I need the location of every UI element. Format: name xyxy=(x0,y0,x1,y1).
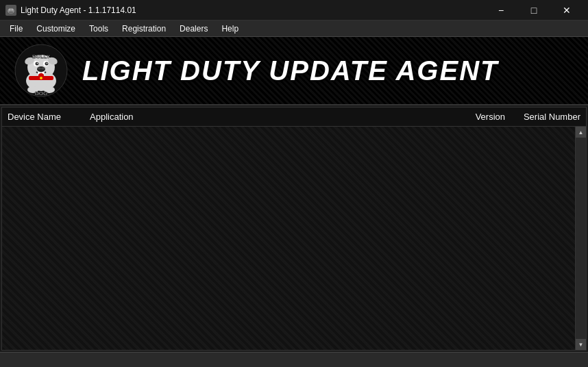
svg-point-3 xyxy=(9,11,13,13)
menu-help[interactable]: Help xyxy=(215,21,245,37)
window-title: Light Duty Agent - 1.1.17114.01 xyxy=(21,5,136,15)
scroll-up-button[interactable]: ▲ xyxy=(576,127,587,138)
main-content: Device Name Application Version Serial N… xyxy=(1,107,587,351)
window-controls: − □ ✕ xyxy=(485,0,583,21)
menu-file[interactable]: File xyxy=(3,21,29,37)
menu-tools[interactable]: Tools xyxy=(82,21,115,37)
column-header-serial-number: Serial Number xyxy=(505,112,580,122)
banner-title: LIGHT DUTY UPDATE AGENT xyxy=(82,55,498,86)
app-icon xyxy=(5,5,16,16)
svg-point-19 xyxy=(41,68,45,70)
svg-point-1 xyxy=(9,8,11,10)
menu-bar: File Customize Tools Registration Dealer… xyxy=(0,21,588,37)
maximize-button[interactable]: □ xyxy=(518,0,550,21)
minimize-button[interactable]: − xyxy=(485,0,517,21)
menu-dealers[interactable]: Dealers xyxy=(173,21,215,37)
svg-point-16 xyxy=(47,63,48,64)
status-bar xyxy=(0,352,588,367)
scrollbar[interactable]: ▲ ▼ xyxy=(575,127,586,350)
svg-text:DOG: DOG xyxy=(35,90,47,97)
bulldog-logo: BULLY DOG xyxy=(14,43,69,98)
svg-point-2 xyxy=(12,8,14,10)
svg-point-15 xyxy=(37,63,38,64)
table-body: ▲ ▼ xyxy=(2,127,586,350)
menu-registration[interactable]: Registration xyxy=(115,21,173,37)
svg-point-18 xyxy=(38,68,41,70)
svg-text:BULLY: BULLY xyxy=(32,53,51,60)
scroll-down-button[interactable]: ▼ xyxy=(576,339,587,350)
title-bar-left: Light Duty Agent - 1.1.17114.01 xyxy=(5,5,136,16)
table-header: Device Name Application Version Serial N… xyxy=(2,107,586,127)
banner: BULLY DOG LIGHT DUTY UPDATE AGENT xyxy=(0,37,588,105)
svg-point-24 xyxy=(40,77,42,79)
column-header-device-name: Device Name xyxy=(8,112,90,122)
menu-customize[interactable]: Customize xyxy=(29,21,82,37)
scroll-track[interactable] xyxy=(576,138,586,339)
logo-area: BULLY DOG LIGHT DUTY UPDATE AGENT xyxy=(14,43,498,98)
close-button[interactable]: ✕ xyxy=(551,0,583,21)
column-header-version: Version xyxy=(437,112,505,122)
column-header-application: Application xyxy=(90,112,437,122)
title-bar: Light Duty Agent - 1.1.17114.01 − □ ✕ xyxy=(0,0,588,21)
